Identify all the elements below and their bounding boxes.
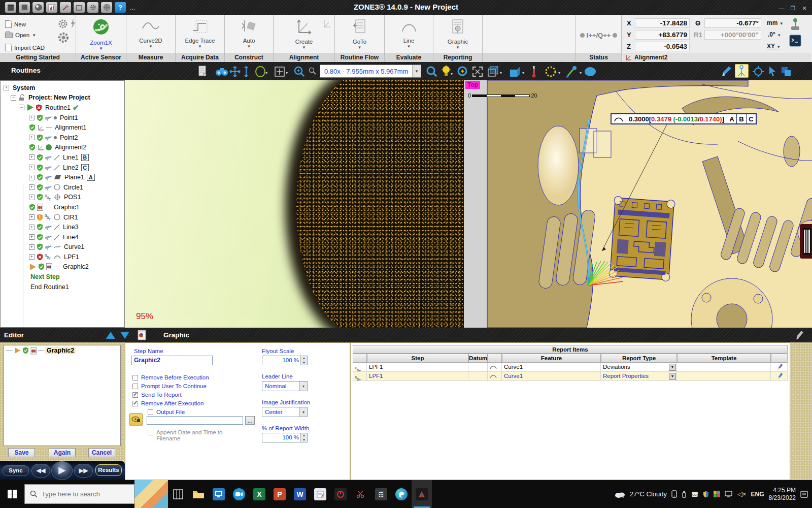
language-indicator[interactable]: ENG [751,491,764,498]
tree-item-next-step[interactable]: Next Step [1,272,124,282]
report-cell-type[interactable]: Deviations▼ [601,363,677,372]
network-display-icon[interactable] [725,491,733,497]
weather-cloud-icon[interactable] [614,490,625,498]
zoom-region-icon[interactable] [293,66,306,78]
edit-pencil-icon[interactable] [795,330,805,340]
report-row-1[interactable]: GDTLPF1Curve1Deviations▼ [353,363,788,372]
curve2d-button[interactable]: Curve2D ▼ [126,18,175,53]
search-small-icon[interactable] [309,67,317,75]
new-button[interactable]: New [5,20,26,28]
report-col-type[interactable]: Report Type [601,354,677,363]
ellipse-tool-icon[interactable]: ▾ [255,66,268,77]
edit-pencil-icon[interactable] [776,364,784,371]
tree-item-point2[interactable]: +Point2 [1,133,124,143]
remote-desktop-button[interactable] [209,480,229,508]
play-button[interactable]: ▶ [51,461,73,480]
tree-expand-toggle[interactable]: + [29,115,35,120]
camera-app-button[interactable] [229,480,249,508]
tree-item-circle1[interactable]: +Circle1 [1,182,124,193]
visibility-lock-icon[interactable] [129,413,143,426]
tree-item-alignment2[interactable]: Alignment2 [1,143,124,153]
spin-down-icon[interactable]: ▼ [300,438,307,442]
wireframe-cube-icon[interactable]: ▾ [487,66,503,78]
probe-mode-button[interactable] [735,64,749,78]
zone3-app-button[interactable] [412,480,432,508]
notification-center-icon[interactable] [800,491,808,498]
tree-item-routine1[interactable]: −Routine1✔ [1,103,124,113]
tree-item-line3[interactable]: +Line3 [1,222,124,232]
camera-view[interactable]: 95% [125,80,464,328]
edit-pencil-icon[interactable] [776,373,784,380]
graphic-report-button[interactable]: Graphic ▼ [433,18,482,53]
snagit-button[interactable] [330,480,351,508]
expand-view-icon[interactable] [472,66,483,77]
flyout-scale-spinner[interactable]: 100 % ▲▼ [262,356,308,365]
callout-datum-c[interactable]: C [746,114,756,123]
task-view-button[interactable] [168,480,188,508]
spin-down-icon[interactable]: ▼ [300,361,307,365]
tree-expand-toggle[interactable]: − [19,105,24,110]
thermometer-icon[interactable] [531,65,537,79]
report-col-feature[interactable]: Feature [502,354,601,363]
results-button[interactable]: Results [95,464,122,476]
tree-item-line4[interactable]: +Line4 [1,232,124,242]
checkbox-prompt-user-to-continue[interactable]: Prompt User To Continue [132,383,207,389]
callout-datum-b[interactable]: B [736,114,746,123]
magnification-combo[interactable]: 0.80x - 7.955mm x 5.967mm ▼ [320,65,421,78]
zoom-magnifier-icon[interactable] [426,66,438,78]
news-widget-thumbnail[interactable] [134,480,168,508]
binoculars-icon[interactable] [215,66,228,76]
active-alignment-bar[interactable]: Alignment2 [623,53,811,62]
layers-icon[interactable] [781,66,793,77]
checkbox-send-to-report[interactable]: Send To Report [132,392,182,398]
tree-expand-toggle[interactable]: + [29,225,35,230]
clock[interactable]: 4:25 PM 8/23/2022 [769,487,796,502]
routine-doc-icon[interactable] [198,65,207,77]
blue-ellipse-icon[interactable] [584,66,598,77]
gear-icon[interactable] [57,31,70,44]
report-col-step[interactable]: Step [367,354,468,363]
unit-deg-select[interactable]: .0° ▼ [768,31,781,38]
move-down-icon[interactable] [119,331,130,340]
fast-forward-button[interactable]: ▶▶ [74,464,93,478]
tree-expand-toggle[interactable]: + [29,165,35,170]
output-file-checkbox[interactable]: Output File [148,409,185,415]
leader-line-select[interactable]: Nominal ▼ [262,381,308,391]
grid-box-tool-icon[interactable]: ▾ [274,66,289,77]
output-file-input[interactable] [147,416,243,425]
calculator-button[interactable] [371,480,391,508]
tree-item-cir1[interactable]: +GDTCIR1 [1,212,124,223]
auto-button[interactable]: Auto ▼ [225,18,273,53]
sync-button[interactable]: Sync [3,465,29,476]
tree-item-curve1[interactable]: +Curve1 [1,242,124,252]
tree-expand-toggle[interactable]: + [29,195,35,200]
chevron-down-icon[interactable]: ▼ [669,364,676,371]
rewind-button[interactable]: ◀◀ [31,464,50,478]
solid-cube-icon[interactable]: ▾ [509,66,526,78]
line-evaluate-button[interactable]: Line ▼ [385,18,433,53]
start-button[interactable] [0,480,24,508]
chevron-down-icon[interactable]: ▼ [669,373,676,380]
append-datetime-checkbox[interactable]: Append Date and Time to Filename [148,429,224,441]
tree-expand-toggle[interactable]: + [29,254,35,260]
restore-icon[interactable]: ❐ [789,5,798,12]
zoom-fit-icon[interactable] [457,66,469,78]
vertical-resize-icon[interactable] [244,66,249,77]
tree-expand-toggle[interactable]: + [29,244,35,250]
search-input[interactable] [42,490,118,498]
report-col-icon2[interactable] [488,354,502,363]
tree-expand-toggle[interactable]: + [4,85,9,90]
tree-item-system[interactable]: +System [1,83,124,93]
word-button[interactable]: W [290,480,310,508]
tree-expand-toggle[interactable]: + [29,154,35,160]
taskbar-search[interactable] [24,484,134,504]
tree-item-line1[interactable]: +Line1B [1,152,124,163]
cursor-arrow-icon[interactable] [767,66,777,78]
report-width-spinner[interactable]: 100 % ▲▼ [262,433,308,442]
tree-expand-toggle[interactable]: + [29,234,35,240]
cad-view[interactable]: Top 0 20 0.3000[0.3479 (-0.0013/0.1740)]… [464,80,812,328]
edge-browser-button[interactable] [391,480,412,508]
unit-xy-select[interactable]: XY ▼ [767,43,781,50]
minimize-icon[interactable]: — [777,5,786,11]
close-icon[interactable]: ✕ [800,5,809,12]
